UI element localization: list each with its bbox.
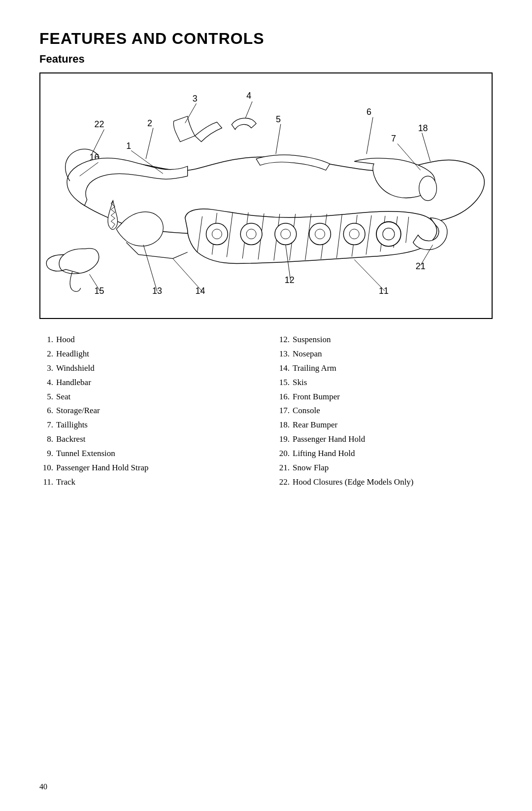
svg-text:22: 22 <box>95 119 104 129</box>
item-number: 18. <box>276 418 290 432</box>
list-item: 21.Snow Flap <box>276 461 493 475</box>
left-column: 1.Hood2.Headlight3.Windshield4.Handlebar… <box>39 333 256 490</box>
svg-text:6: 6 <box>366 107 371 117</box>
item-label: Taillights <box>56 418 88 432</box>
list-item: 10.Passenger Hand Hold Strap <box>39 461 256 475</box>
item-label: Passenger Hand Hold Strap <box>56 461 148 475</box>
parts-list: 1.Hood2.Headlight3.Windshield4.Handlebar… <box>39 333 493 490</box>
list-item: 20.Lifting Hand Hold <box>276 447 493 461</box>
item-label: Front Bumper <box>293 390 340 404</box>
item-number: 13. <box>276 347 290 361</box>
list-item: 6.Storage/Rear <box>39 404 256 418</box>
page-title: FEATURES AND CONTROLS <box>39 30 493 48</box>
list-item: 22.Hood Closures (Edge Models Only) <box>276 475 493 490</box>
svg-line-53 <box>173 258 202 291</box>
item-number: 21. <box>276 461 290 475</box>
svg-text:15: 15 <box>95 286 104 296</box>
list-item: 13.Nosepan <box>276 347 493 361</box>
list-item: 12.Suspension <box>276 333 493 347</box>
item-number: 6. <box>39 404 53 418</box>
list-item: 5.Seat <box>39 390 256 404</box>
item-label: Windshield <box>56 361 95 376</box>
item-number: 19. <box>276 432 290 447</box>
svg-text:21: 21 <box>416 261 426 271</box>
item-label: Nosepan <box>293 347 322 361</box>
list-item: 15.Skis <box>276 376 493 390</box>
list-item: 1.Hood <box>39 333 256 347</box>
svg-line-57 <box>354 259 385 291</box>
list-item: 19.Passenger Hand Hold <box>276 432 493 447</box>
svg-line-39 <box>146 128 153 159</box>
svg-text:11: 11 <box>379 286 389 296</box>
svg-line-47 <box>422 133 431 162</box>
item-number: 1. <box>39 333 53 347</box>
item-label: Seat <box>56 390 70 404</box>
svg-point-29 <box>246 229 256 239</box>
list-item: 4.Handlebar <box>39 376 256 390</box>
svg-line-51 <box>143 245 157 292</box>
item-label: Suspension <box>293 333 331 347</box>
item-number: 4. <box>39 376 53 390</box>
item-label: Hood Closures (Edge Models Only) <box>293 475 414 490</box>
list-item: 9.Tunnel Extension <box>39 447 256 461</box>
svg-text:14: 14 <box>196 286 205 296</box>
list-item: 14.Trailing Arm <box>276 361 493 376</box>
item-number: 14. <box>276 361 290 376</box>
item-number: 22. <box>276 475 290 490</box>
item-label: Skis <box>293 376 307 390</box>
svg-text:2: 2 <box>147 118 152 128</box>
item-label: Backrest <box>56 432 85 447</box>
svg-point-27 <box>212 229 222 239</box>
item-number: 3. <box>39 361 53 376</box>
list-item: 11.Track <box>39 475 256 490</box>
list-item: 2.Headlight <box>39 347 256 361</box>
svg-text:12: 12 <box>285 275 295 285</box>
item-label: Console <box>293 404 320 418</box>
item-number: 10. <box>39 461 53 475</box>
list-item: 3.Windshield <box>39 361 256 376</box>
list-item: 7.Taillights <box>39 418 256 432</box>
list-item: 17.Console <box>276 404 493 418</box>
item-number: 11. <box>39 475 53 490</box>
svg-text:4: 4 <box>246 91 251 101</box>
item-label: Storage/Rear <box>56 404 100 418</box>
item-number: 15. <box>276 376 290 390</box>
svg-point-35 <box>349 229 359 239</box>
item-label: Handlebar <box>56 376 91 390</box>
page-number: 40 <box>39 782 47 791</box>
item-number: 5. <box>39 390 53 404</box>
svg-text:3: 3 <box>193 94 198 104</box>
svg-point-37 <box>383 228 395 240</box>
item-label: Lifting Hand Hold <box>293 447 355 461</box>
list-item: 18.Rear Bumper <box>276 418 493 432</box>
snowmobile-diagram: 3 4 22 2 5 6 1 18 16 7 <box>39 72 493 319</box>
item-label: Track <box>56 475 75 490</box>
svg-point-10 <box>419 176 437 201</box>
item-number: 17. <box>276 404 290 418</box>
svg-point-33 <box>315 229 325 239</box>
svg-line-43 <box>245 102 252 118</box>
svg-line-38 <box>92 130 104 154</box>
list-item: 16.Front Bumper <box>276 390 493 404</box>
list-item: 8.Backrest <box>39 432 256 447</box>
item-number: 8. <box>39 432 53 447</box>
item-label: Rear Bumper <box>293 418 337 432</box>
svg-point-31 <box>281 229 291 239</box>
item-number: 20. <box>276 447 290 461</box>
svg-line-44 <box>276 124 281 154</box>
section-title: Features <box>39 53 493 66</box>
item-number: 2. <box>39 347 53 361</box>
item-label: Snow Flap <box>293 461 329 475</box>
item-number: 12. <box>276 333 290 347</box>
item-label: Headlight <box>56 347 89 361</box>
svg-text:1: 1 <box>126 141 131 151</box>
svg-line-42 <box>185 104 197 123</box>
item-label: Passenger Hand Hold <box>293 432 365 447</box>
right-column: 12.Suspension13.Nosepan14.Trailing Arm15… <box>276 333 493 490</box>
item-label: Hood <box>56 333 75 347</box>
svg-text:7: 7 <box>391 134 396 143</box>
item-number: 16. <box>276 390 290 404</box>
svg-text:18: 18 <box>418 123 428 133</box>
item-label: Tunnel Extension <box>56 447 115 461</box>
item-number: 9. <box>39 447 53 461</box>
